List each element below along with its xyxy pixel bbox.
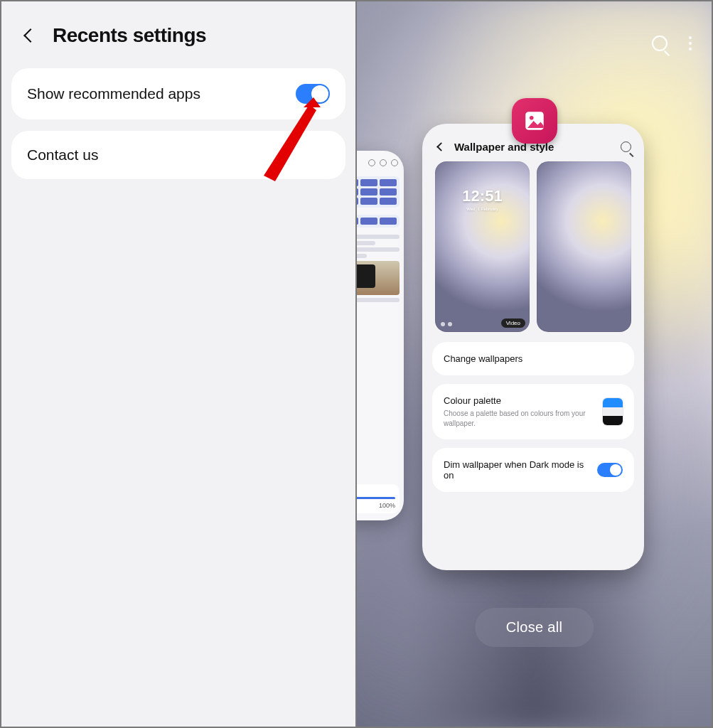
svg-point-3	[530, 116, 534, 120]
mini-grid	[356, 176, 400, 208]
wallpaper-previews: 12:51 Wed, 1 February Video	[422, 161, 644, 342]
dim-wallpaper-row[interactable]: Dim wallpaper when Dark mode is on	[432, 448, 634, 492]
palette-swatch	[603, 398, 623, 425]
close-all-button[interactable]: Close all	[475, 608, 594, 647]
mini-line	[356, 254, 367, 258]
recents-card-wallpaper[interactable]: Wallpaper and style 12:51 Wed, 1 Februar…	[422, 124, 644, 570]
mini-line	[356, 247, 400, 252]
gallery-icon	[522, 109, 547, 133]
more-icon[interactable]	[689, 42, 692, 45]
header: Recents settings	[1, 11, 355, 68]
show-recommended-apps-row[interactable]: Show recommended apps	[11, 68, 345, 119]
recents-top-actions	[652, 36, 692, 51]
mini-progress-pct: 100%	[356, 502, 395, 509]
page-title: Recents settings	[53, 24, 206, 47]
row-title: Dim wallpaper when Dark mode is on	[444, 459, 589, 481]
contact-us-row[interactable]: Contact us	[11, 131, 345, 179]
recents-settings-screen: Recents settings Show recommended apps C…	[0, 0, 356, 728]
preview-dot-icon	[448, 322, 452, 326]
recents-screen: in... 100% Wallpaper and style 12:51 Wed…	[356, 0, 713, 728]
mini-photo	[356, 261, 400, 295]
video-badge: Video	[501, 318, 525, 328]
setting-label: Contact us	[27, 146, 98, 164]
dim-wallpaper-toggle[interactable]	[597, 463, 623, 477]
preview-dot-icon	[441, 322, 445, 326]
search-icon[interactable]	[621, 141, 631, 152]
change-wallpapers-row[interactable]: Change wallpapers	[432, 342, 634, 375]
mini-grid	[356, 215, 400, 228]
colour-palette-row[interactable]: Colour palette Choose a palette based on…	[432, 384, 634, 439]
row-title: Colour palette	[444, 395, 594, 406]
back-icon[interactable]	[436, 142, 446, 151]
mini-line	[356, 298, 400, 302]
recents-card-previous[interactable]: in... 100%	[356, 151, 404, 520]
mini-icon	[380, 159, 387, 166]
mini-icon	[368, 159, 375, 166]
back-icon[interactable]	[23, 28, 38, 43]
preview-clock: 12:51 Wed, 1 February	[435, 187, 530, 211]
row-subtitle: Choose a palette based on colours from y…	[444, 409, 594, 428]
setting-label: Show recommended apps	[27, 85, 200, 102]
mini-line	[356, 235, 400, 239]
lockscreen-preview[interactable]: 12:51 Wed, 1 February Video	[435, 161, 530, 332]
homescreen-preview[interactable]	[537, 161, 631, 332]
search-icon[interactable]	[652, 36, 668, 51]
mini-line	[356, 241, 375, 245]
app-icon-gallery[interactable]	[512, 98, 557, 144]
show-recommended-apps-toggle[interactable]	[296, 84, 330, 104]
mini-progress: in... 100%	[356, 484, 400, 513]
row-title: Change wallpapers	[444, 353, 623, 364]
mini-icon	[391, 159, 398, 166]
